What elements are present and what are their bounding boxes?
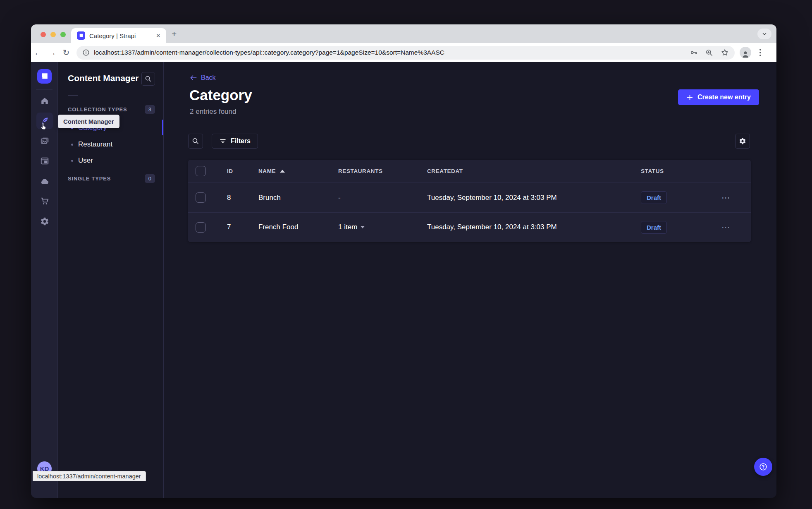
status-badge: Draft: [641, 221, 667, 234]
zoom-page-icon[interactable]: [705, 49, 713, 57]
cell-name-text: French Food: [258, 223, 298, 231]
bookmark-star-icon[interactable]: [721, 48, 729, 57]
cell-createdat: Tuesday, September 10, 2024 at 3:03 PM: [418, 223, 630, 231]
single-types-count: 0: [145, 174, 155, 183]
table-search-button[interactable]: [188, 134, 203, 149]
tab-strip: Category | Strapi × +: [31, 24, 776, 43]
strapi-admin: KD Content Manager COLLECTION TYPES 3 Ca…: [31, 62, 776, 498]
browser-profile-button[interactable]: [740, 47, 751, 58]
browser-forward-button[interactable]: →: [45, 48, 59, 58]
marketplace-cart-icon[interactable]: [36, 193, 53, 209]
settings-gear-icon[interactable]: [36, 213, 53, 230]
cell-createdat: Tuesday, September 10, 2024 at 3:03 PM: [418, 194, 630, 202]
strapi-favicon-icon: [77, 31, 85, 40]
main-content: Back Category 2 entries found Create new…: [164, 62, 776, 498]
collection-types-header: COLLECTION TYPES 3: [68, 105, 155, 114]
cell-restaurants[interactable]: 1 item: [329, 223, 418, 231]
tab-title: Category | Strapi: [89, 32, 154, 39]
nav-tooltip: Content Manager: [58, 115, 119, 128]
cell-name-text: Brunch: [258, 194, 281, 202]
row-actions-button[interactable]: ⋯: [721, 193, 731, 202]
toolbar-right: [740, 47, 764, 58]
bullet-icon: [71, 144, 73, 146]
cell-restaurants-text: 1 item: [338, 223, 357, 231]
close-window-button[interactable]: [41, 32, 46, 37]
status-badge: Draft: [641, 191, 667, 204]
create-new-entry-button[interactable]: Create new entry: [678, 89, 759, 105]
table-header-row: ID NAME RESTAURANTS CREATEDAT STATUS: [188, 160, 751, 183]
media-library-icon[interactable]: [36, 132, 53, 149]
home-icon[interactable]: [36, 93, 53, 109]
back-link[interactable]: Back: [190, 74, 216, 82]
cell-restaurants: -: [329, 194, 418, 202]
browser-window: Category | Strapi × + ← → ↻ localhost:13…: [31, 24, 776, 498]
back-arrow-icon: [190, 74, 197, 82]
minimize-window-button[interactable]: [50, 32, 56, 37]
entries-table: ID NAME RESTAURANTS CREATEDAT STATUS 8 B…: [188, 160, 751, 242]
password-key-icon[interactable]: [690, 48, 698, 57]
zoom-window-button[interactable]: [60, 32, 66, 37]
table-row[interactable]: 8 Brunch - Tuesday, September 10, 2024 a…: [188, 183, 751, 212]
url-text: localhost:1337/admin/content-manager/col…: [94, 49, 685, 56]
view-settings-gear-button[interactable]: [735, 134, 750, 149]
collection-types-label: COLLECTION TYPES: [68, 106, 127, 113]
create-new-entry-label: Create new entry: [697, 94, 751, 101]
back-label: Back: [201, 74, 216, 82]
browser-back-button[interactable]: ←: [31, 48, 45, 58]
cell-id: 8: [211, 194, 250, 202]
tab-search-button[interactable]: [757, 29, 771, 39]
column-header-restaurants[interactable]: RESTAURANTS: [329, 168, 418, 174]
row-actions-button[interactable]: ⋯: [721, 222, 731, 232]
filters-button[interactable]: Filters: [212, 134, 258, 149]
subnav-search-button[interactable]: [141, 72, 155, 86]
table-row[interactable]: 7 French Food 1 item Tuesday, September …: [188, 212, 751, 242]
single-types-label: SINGLE TYPES: [68, 175, 111, 182]
column-header-name-label: NAME: [258, 168, 276, 174]
filters-label: Filters: [231, 137, 251, 145]
cell-id: 7: [211, 223, 250, 231]
sort-ascending-icon: [280, 170, 285, 173]
sidebar-item-restaurant[interactable]: Restaurant: [62, 136, 159, 153]
help-button[interactable]: [754, 458, 772, 476]
cell-name: Brunch: [250, 194, 329, 202]
cell-name: French Food: [250, 223, 329, 231]
filter-icon: [219, 137, 227, 145]
new-tab-button[interactable]: +: [172, 29, 177, 38]
column-header-id[interactable]: ID: [211, 168, 250, 174]
address-bar[interactable]: localhost:1337/admin/content-manager/col…: [76, 46, 735, 60]
hand-cursor-icon: [39, 122, 47, 132]
collection-types-count: 3: [145, 105, 155, 114]
strapi-logo[interactable]: [37, 69, 52, 84]
tab-close-icon[interactable]: ×: [154, 31, 162, 40]
sidebar-item-user[interactable]: User: [62, 152, 159, 169]
content-type-builder-icon[interactable]: [36, 153, 53, 169]
active-item-indicator: [162, 120, 163, 135]
sidebar-item-label: Restaurant: [78, 140, 112, 149]
row-checkbox[interactable]: [196, 192, 206, 203]
sidebar-item-label: User: [78, 156, 93, 165]
nav-divider: [36, 89, 53, 90]
entries-count: 2 entries found: [190, 108, 236, 116]
site-info-icon[interactable]: [82, 49, 90, 56]
column-header-status[interactable]: STATUS: [630, 168, 713, 174]
chevron-down-icon: [762, 31, 767, 36]
window-controls: [41, 32, 66, 37]
column-header-name[interactable]: NAME: [250, 168, 329, 174]
subnav-divider: [68, 95, 78, 96]
cloud-icon[interactable]: [36, 173, 53, 190]
browser-reload-button[interactable]: ↻: [59, 48, 73, 58]
row-checkbox[interactable]: [196, 222, 206, 233]
expand-chevron-icon: [361, 226, 365, 228]
browser-menu-button[interactable]: [757, 49, 764, 56]
plus-icon: [686, 94, 693, 101]
select-all-checkbox[interactable]: [196, 166, 206, 176]
bullet-icon: [71, 160, 73, 162]
subnav-title: Content Manager: [68, 73, 139, 83]
browser-tab[interactable]: Category | Strapi ×: [71, 28, 166, 43]
link-preview-statusbar: localhost:1337/admin/content-manager: [33, 471, 146, 481]
page-title: Category: [189, 87, 252, 103]
single-types-header: SINGLE TYPES 0: [68, 174, 155, 183]
browser-toolbar: ← → ↻ localhost:1337/admin/content-manag…: [31, 43, 776, 62]
column-header-createdat[interactable]: CREATEDAT: [418, 168, 630, 174]
